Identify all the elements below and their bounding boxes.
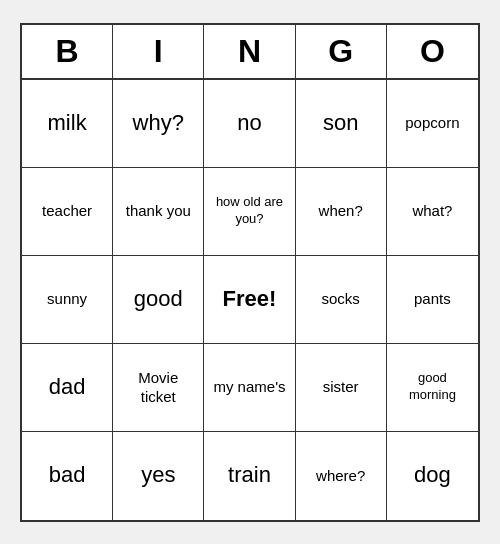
bingo-cell[interactable]: my name's [204, 344, 295, 432]
bingo-header-letter: N [204, 25, 295, 78]
bingo-cell[interactable]: socks [296, 256, 387, 344]
bingo-cell[interactable]: sunny [22, 256, 113, 344]
bingo-cell[interactable]: dad [22, 344, 113, 432]
bingo-cell[interactable]: Free! [204, 256, 295, 344]
bingo-cell[interactable]: popcorn [387, 80, 478, 168]
bingo-cell[interactable]: sister [296, 344, 387, 432]
bingo-cell[interactable]: when? [296, 168, 387, 256]
bingo-header: BINGO [22, 25, 478, 80]
bingo-header-letter: O [387, 25, 478, 78]
bingo-cell[interactable]: what? [387, 168, 478, 256]
bingo-cell[interactable]: why? [113, 80, 204, 168]
bingo-card: BINGO milkwhy?nosonpopcornteacherthank y… [20, 23, 480, 522]
bingo-cell[interactable]: Movie ticket [113, 344, 204, 432]
bingo-cell[interactable]: dog [387, 432, 478, 520]
bingo-cell[interactable]: son [296, 80, 387, 168]
bingo-header-letter: I [113, 25, 204, 78]
bingo-cell[interactable]: good morning [387, 344, 478, 432]
bingo-cell[interactable]: good [113, 256, 204, 344]
bingo-cell[interactable]: how old are you? [204, 168, 295, 256]
bingo-cell[interactable]: teacher [22, 168, 113, 256]
bingo-header-letter: B [22, 25, 113, 78]
bingo-cell[interactable]: milk [22, 80, 113, 168]
bingo-cell[interactable]: thank you [113, 168, 204, 256]
bingo-cell[interactable]: bad [22, 432, 113, 520]
bingo-cell[interactable]: pants [387, 256, 478, 344]
bingo-cell[interactable]: train [204, 432, 295, 520]
bingo-cell[interactable]: no [204, 80, 295, 168]
bingo-grid: milkwhy?nosonpopcornteacherthank youhow … [22, 80, 478, 520]
bingo-cell[interactable]: yes [113, 432, 204, 520]
bingo-header-letter: G [296, 25, 387, 78]
bingo-cell[interactable]: where? [296, 432, 387, 520]
